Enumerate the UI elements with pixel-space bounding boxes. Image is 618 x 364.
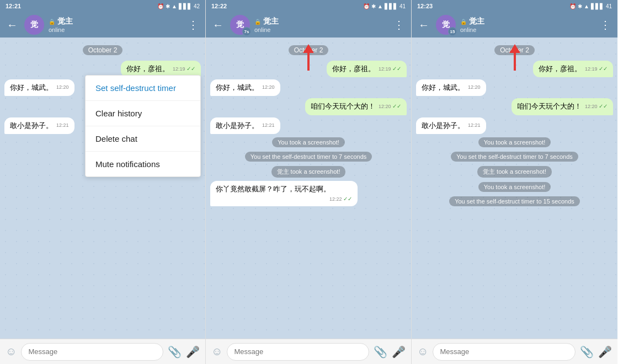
back-button-3[interactable]: ← <box>416 17 431 34</box>
msg3-out-1: 你好，彦祖。 12:19 ✓✓ <box>533 61 613 77</box>
status-time-2: 12:22 <box>211 3 227 9</box>
wifi-icon-2: ▲ <box>377 3 383 9</box>
contact-status-1: online <box>49 26 181 33</box>
input-bar-1: ☺ 📎 🎤 <box>0 339 205 364</box>
contact-info-1: 🔒 觉主 online <box>49 17 181 33</box>
msg2-out-1: 你好，彦祖。 12:19 ✓✓ <box>327 61 407 77</box>
mic-button-3[interactable]: 🎤 <box>598 345 612 358</box>
attach-button-2[interactable]: 📎 <box>374 345 387 358</box>
msg-in-1: 你好，城武。 12:20 <box>4 79 74 96</box>
lock-icon-3: 🔒 <box>460 19 467 25</box>
clock-icon-2: ⏰ <box>363 3 370 9</box>
msg2-in-1: 你好，城武。 12:20 <box>210 79 280 96</box>
svg-marker-3 <box>509 44 520 53</box>
msg-in-2: 敢小是孙子。 12:21 <box>4 117 74 134</box>
chat-area-3: October 2 你好，彦祖。 12:19 ✓✓ 你好，城武。 12:20 咱… <box>412 38 617 339</box>
messages-area-2: October 2 你好，彦祖。 12:19 ✓✓ 你好，城武。 12:20 咱… <box>206 38 411 339</box>
status-time-1: 12:21 <box>6 3 21 9</box>
status-bar-2: 12:22 ⏰ ✱ ▲ ▋▋▋ 41 <box>206 0 411 12</box>
avatar-1[interactable]: 觉 <box>24 15 44 35</box>
contact-name-3: 🔒 觉主 <box>460 17 593 26</box>
contact-name-2: 🔒 觉主 <box>254 17 387 26</box>
more-button-3[interactable]: ⋮ <box>598 16 613 34</box>
status-bar-3: 12:23 ⏰ ✱ ▲ ▋▋▋ 41 <box>412 0 617 12</box>
bluetooth-icon-3: ✱ <box>578 3 582 9</box>
chat-area-2: October 2 你好，彦祖。 12:19 ✓✓ 你好，城武。 12:20 咱… <box>206 38 411 339</box>
status-icons-1: ⏰ ✱ ▲ ▋▋▋ 42 <box>157 3 200 9</box>
sys-msg-3-2: You set the self-destruct timer to 7 sec… <box>451 152 578 162</box>
phone-panel-2: 12:22 ⏰ ✱ ▲ ▋▋▋ 41 ← 觉 7s 🔒 觉主 online ⋮ <box>206 0 412 364</box>
sys-msg-2-2: You set the self-destruct timer to 7 sec… <box>245 152 372 162</box>
msg2-in-3: 你丫竟然敢截屏？咋了，玩不起啊。 12:22 ✓✓ <box>210 181 358 206</box>
red-arrow-2 <box>295 43 322 76</box>
sys-msg-3-5: You set the self-destruct timer to 15 se… <box>449 196 580 206</box>
msg3-out-2: 咱们今天玩个大的！ 12:20 ✓✓ <box>512 98 613 115</box>
battery-1: 42 <box>194 3 200 9</box>
status-bar-1: 12:21 ⏰ ✱ ▲ ▋▋▋ 42 <box>0 0 205 12</box>
dropdown-item-mute[interactable]: Mute notifications <box>86 152 200 176</box>
message-input-3[interactable] <box>433 343 576 361</box>
back-button-2[interactable]: ← <box>210 17 226 34</box>
lock-icon-1: 🔒 <box>49 19 55 25</box>
nav-bar-1: ← 觉 🔒 觉主 online ⋮ <box>0 12 205 38</box>
signal-icon: ▋▋▋ <box>179 3 192 9</box>
dropdown-item-timer[interactable]: Set self-destruct timer <box>86 76 200 101</box>
attach-button-1[interactable]: 📎 <box>168 345 182 358</box>
contact-status-3: online <box>460 26 593 33</box>
battery-2: 41 <box>399 3 406 9</box>
nav-bar-2: ← 觉 7s 🔒 觉主 online ⋮ <box>206 12 411 38</box>
svg-marker-1 <box>303 44 314 53</box>
dropdown-menu: Set self-destruct timer Clear history De… <box>85 75 201 177</box>
signal-icon-2: ▋▋▋ <box>385 3 398 9</box>
attach-button-3[interactable]: 📎 <box>580 345 594 358</box>
nav-bar-3: ← 觉 15 🔒 觉主 online ⋮ <box>412 12 617 38</box>
contact-info-3: 🔒 觉主 online <box>460 17 593 33</box>
clock-icon-3: ⏰ <box>569 3 576 9</box>
message-input-2[interactable] <box>227 343 369 361</box>
input-bar-3: ☺ 📎 🎤 <box>412 339 617 364</box>
back-button-1[interactable]: ← <box>4 17 20 34</box>
avatar-container-2: 觉 7s <box>230 15 250 35</box>
contact-status-2: online <box>254 26 387 33</box>
avatar-container-3: 觉 15 <box>436 15 456 35</box>
message-input-1[interactable] <box>21 343 163 361</box>
wifi-icon: ▲ <box>172 3 177 9</box>
lock-icon-2: 🔒 <box>254 19 261 25</box>
mic-button-2[interactable]: 🎤 <box>392 345 406 358</box>
msg3-in-2: 敢小是孙子。 12:21 <box>416 117 486 134</box>
contact-name-1: 🔒 觉主 <box>49 17 181 26</box>
date-label-1: October 2 <box>83 45 123 55</box>
emoji-button-2[interactable]: ☺ <box>211 345 222 358</box>
messages-area-3: October 2 你好，彦祖。 12:19 ✓✓ 你好，城武。 12:20 咱… <box>412 38 617 339</box>
status-icons-3: ⏰ ✱ ▲ ▋▋▋ 41 <box>569 3 612 9</box>
timer-badge-2: 7s <box>242 27 251 36</box>
more-button-1[interactable]: ⋮ <box>185 16 201 34</box>
chat-area-1: October 2 你好，彦祖。 12:19 ✓✓ 你好，城武。 12:20 咱… <box>0 38 205 339</box>
timer-badge-3: 15 <box>448 27 457 36</box>
more-button-2[interactable]: ⋮ <box>391 16 407 34</box>
status-time-3: 12:23 <box>417 3 433 9</box>
wifi-icon-3: ▲ <box>584 3 589 9</box>
emoji-button-1[interactable]: ☺ <box>6 345 17 358</box>
dropdown-item-clear[interactable]: Clear history <box>86 101 200 126</box>
phone-panel-1: 12:21 ⏰ ✱ ▲ ▋▋▋ 42 ← 觉 🔒 觉主 online ⋮ Oct… <box>0 0 206 364</box>
sys-msg-3-1: You took a screenshot! <box>478 137 551 147</box>
contact-info-2: 🔒 觉主 online <box>254 17 387 33</box>
dropdown-item-delete[interactable]: Delete chat <box>86 126 200 152</box>
msg3-in-1: 你好，城武。 12:20 <box>416 79 486 96</box>
red-arrow-3 <box>501 43 529 76</box>
bluetooth-icon: ✱ <box>166 3 170 9</box>
mic-button-1[interactable]: 🎤 <box>186 345 200 358</box>
sys-msg-2-1: You took a screenshot! <box>272 137 345 147</box>
avatar-container-1: 觉 <box>24 15 44 35</box>
sys-msg-2-3: 觉主 took a screenshot! <box>271 166 346 178</box>
emoji-button-3[interactable]: ☺ <box>417 345 428 358</box>
signal-icon-3: ▋▋▋ <box>591 3 604 9</box>
bluetooth-icon-2: ✱ <box>371 3 376 9</box>
sys-msg-3-4: You took a screenshot! <box>478 182 551 192</box>
input-bar-2: ☺ 📎 🎤 <box>206 339 411 364</box>
sys-msg-3-3: 觉主 took a screenshot! <box>477 166 552 178</box>
status-icons-2: ⏰ ✱ ▲ ▋▋▋ 41 <box>363 3 406 9</box>
msg2-out-2: 咱们今天玩个大的！ 12:20 ✓✓ <box>305 98 407 115</box>
clock-icon: ⏰ <box>157 3 164 9</box>
